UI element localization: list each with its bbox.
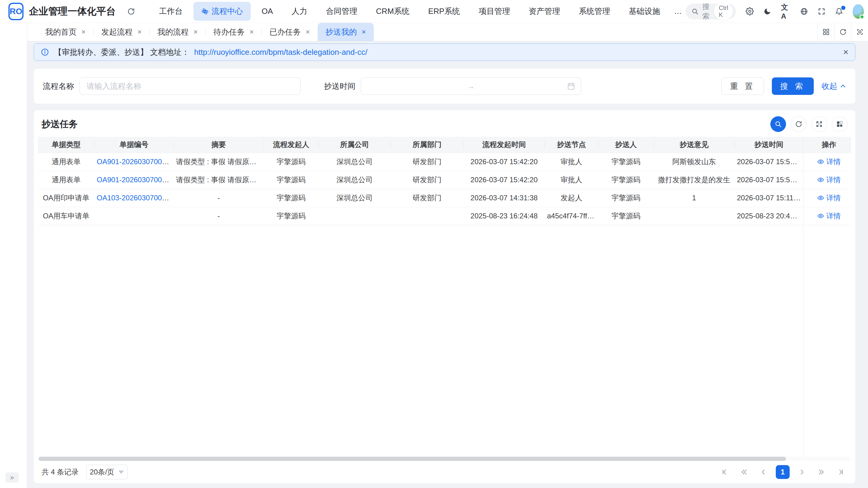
tab-close-icon[interactable]: × [82,28,86,36]
alert-doc-link[interactable]: http://ruoyioffice.com/bpm/task-delegati… [194,47,367,57]
nav-item-asset[interactable]: 资产管理 [521,2,568,21]
first-page-button[interactable] [718,465,732,479]
top-header: RO 企业管理一体化平台 工作台 流程中心 OA 人力 合同管理 CRM系统 E… [0,0,868,23]
table-fullscreen-button[interactable] [811,116,827,132]
detail-button[interactable]: 详情 [817,175,841,185]
cell-cc-node: 审批人 [545,153,598,171]
tab-todo-tasks[interactable]: 待办任务× [206,23,261,41]
search-button[interactable]: 搜 索 [772,77,814,95]
cell-summary: 请假类型 : 事假 请假原因 : 阿... [174,153,264,171]
col-department: 所属部门 [391,137,464,153]
nav-item-contract[interactable]: 合同管理 [318,2,365,21]
collapse-filter-link[interactable]: 收起 [822,81,846,92]
tab-close-icon[interactable]: × [362,28,366,36]
tab-close-icon[interactable]: × [193,28,198,36]
header-actions: 搜索 Ctrl K 文A [685,2,864,21]
cell-cc-time: 2025-08-23 20:46:20 [735,207,803,225]
table-column-settings-button[interactable] [832,116,847,132]
tab-maximize-icon[interactable] [851,23,868,41]
locale-globe-icon[interactable] [800,7,808,15]
doc-no-link[interactable]: OA901-2026030700008 [97,158,174,166]
cell-department: 研发部门 [391,171,464,189]
detail-button[interactable]: 详情 [817,157,841,167]
total-records-text: 共 4 条记录 [41,467,79,477]
process-name-input[interactable] [80,77,301,95]
app-logo[interactable]: RO [8,3,24,20]
reset-button[interactable]: 重 置 [721,77,764,95]
tab-start-process[interactable]: 发起流程× [93,23,150,41]
cell-cc-opinion: 1 [654,189,735,207]
tab-cc-to-me[interactable]: 抄送我的× [318,23,374,41]
panel-title: 抄送任务 [41,118,78,130]
table-row: 通用表单 OA901-2026030700008 请假类型 : 事假 请假原因 … [38,171,851,189]
tab-close-icon[interactable]: × [137,28,142,36]
horizontal-scrollbar[interactable] [38,457,850,461]
col-cc-opinion: 抄送意见 [654,137,735,153]
cell-cc-user: 宇擎源码 [598,153,654,171]
cell-start-time: 2025-08-23 16:24:48 [464,207,545,225]
cell-doc-type: 通用表单 [38,153,94,171]
last-page-button[interactable] [834,465,847,479]
tabs-grid-icon[interactable] [817,23,834,41]
nav-more-button[interactable]: … [671,2,685,20]
table-header-row: 单据类型 单据编号 摘要 流程发起人 所属公司 所属部门 流程发起时间 抄送节点… [38,137,851,153]
table-row: OA用车申请单 - 宇擎源码 2025-08-23 16:24:48 a45c4… [38,207,851,225]
scrollbar-thumb[interactable] [38,457,786,461]
sidebar-expand-button[interactable]: » [5,472,19,483]
notifications-bell-icon[interactable] [835,7,843,15]
collapse-label: 收起 [822,81,837,92]
global-search[interactable]: 搜索 Ctrl K [685,4,736,19]
forward-5-pages-button[interactable] [814,465,828,479]
cc-time-range-picker[interactable]: → [361,77,581,95]
page-size-select[interactable]: 20条/页 [87,465,127,479]
back-5-pages-button[interactable] [737,465,751,479]
table-search-toggle-button[interactable] [770,116,786,132]
nav-item-system[interactable]: 系统管理 [571,2,618,21]
table-row: 通用表单 OA901-2026030700008 请假类型 : 事假 请假原因 … [38,153,851,171]
app-title: 企业管理一体化平台 [29,5,116,18]
search-icon [691,8,699,15]
col-cc-node: 抄送节点 [545,137,598,153]
cell-department [391,207,464,225]
previous-page-button[interactable] [756,465,770,479]
doc-no-link[interactable]: OA901-2026030700008 [97,175,174,184]
nav-item-process-center[interactable]: 流程中心 [193,2,251,21]
translate-icon[interactable]: 文A [781,2,790,21]
tab-label: 已办任务 [270,27,301,37]
nav-item-project[interactable]: 项目管理 [471,2,518,21]
nav-item-workbench[interactable]: 工作台 [151,2,190,21]
tab-my-process[interactable]: 我的流程× [150,23,206,41]
tab-close-icon[interactable]: × [250,28,254,36]
user-avatar[interactable] [852,4,864,19]
col-cc-user: 抄送人 [598,137,654,153]
nav-item-infrastructure[interactable]: 基础设施 [621,2,668,21]
cell-department: 研发部门 [391,189,464,207]
tab-done-tasks[interactable]: 已办任务× [261,23,318,41]
doc-no-link[interactable]: OA103-2026030700003 [97,194,174,202]
dark-mode-moon-icon[interactable] [764,7,771,15]
nav-item-oa[interactable]: OA [254,2,281,20]
table-refresh-button[interactable] [791,116,807,132]
tab-my-home[interactable]: 我的首页× [37,23,93,41]
cell-cc-opinion [654,207,735,225]
nav-item-crm[interactable]: CRM系统 [368,2,417,21]
tab-close-icon[interactable]: × [306,28,310,36]
process-center-icon [201,8,209,15]
settings-gear-icon[interactable] [746,7,754,15]
eye-icon [817,158,824,165]
detail-button[interactable]: 详情 [817,211,841,221]
fullscreen-icon[interactable] [818,7,826,15]
refresh-icon[interactable] [127,7,135,15]
tab-refresh-icon[interactable] [834,23,851,41]
alert-close-icon[interactable]: × [843,47,848,57]
cell-company: 深圳总公司 [318,153,391,171]
nav-item-hr[interactable]: 人力 [284,2,315,21]
cell-company: 深圳总公司 [318,189,391,207]
next-page-button[interactable] [795,465,809,479]
cell-cc-user: 宇擎源码 [598,207,654,225]
cell-cc-user: 宇擎源码 [598,171,654,189]
nav-item-erp[interactable]: ERP系统 [421,2,468,21]
current-page-button[interactable]: 1 [776,465,789,479]
detail-button[interactable]: 详情 [817,193,841,203]
cell-company [318,207,391,225]
